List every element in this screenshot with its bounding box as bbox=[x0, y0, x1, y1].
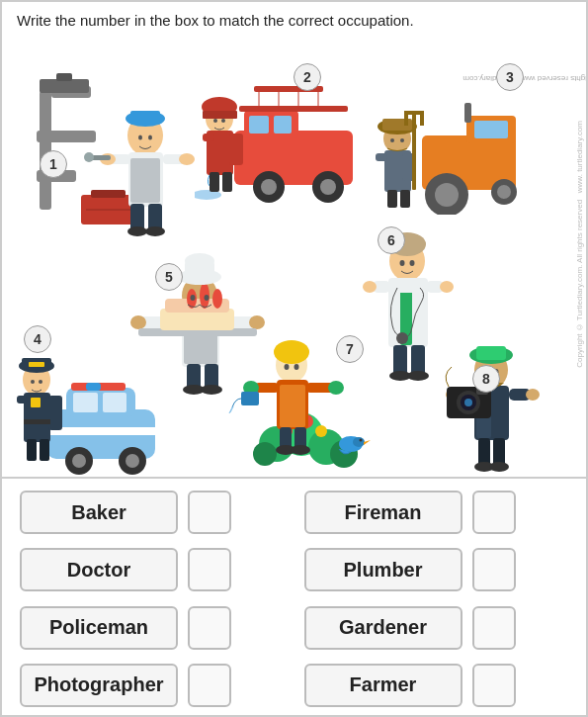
plumber-answer-box[interactable] bbox=[472, 548, 516, 591]
svg-rect-29 bbox=[274, 116, 292, 134]
gardener-row: Gardener bbox=[296, 599, 581, 657]
svg-rect-71 bbox=[404, 111, 408, 126]
svg-point-33 bbox=[320, 179, 336, 195]
svg-point-22 bbox=[138, 135, 142, 140]
svg-point-83 bbox=[126, 454, 139, 468]
svg-point-155 bbox=[328, 381, 344, 395]
svg-rect-151 bbox=[280, 385, 305, 427]
instruction-text: Write the number in the box to match the… bbox=[2, 2, 586, 34]
svg-rect-183 bbox=[476, 346, 506, 360]
number-3: 3 bbox=[496, 63, 524, 91]
svg-rect-44 bbox=[229, 134, 243, 165]
svg-point-81 bbox=[72, 454, 86, 468]
answers-section: Baker Fireman Doctor Plumber Policeman G… bbox=[2, 477, 588, 717]
fireman-figure bbox=[195, 51, 368, 215]
svg-point-114 bbox=[201, 385, 222, 395]
svg-rect-46 bbox=[222, 172, 232, 192]
svg-point-119 bbox=[205, 295, 210, 301]
svg-point-49 bbox=[213, 119, 217, 123]
svg-point-145 bbox=[360, 439, 363, 442]
svg-point-57 bbox=[497, 185, 511, 199]
svg-rect-124 bbox=[404, 278, 416, 293]
photographer-row: Photographer bbox=[12, 657, 296, 714]
svg-point-127 bbox=[363, 281, 377, 293]
plumber-row: Plumber bbox=[296, 541, 581, 598]
svg-rect-90 bbox=[40, 439, 49, 461]
svg-point-148 bbox=[315, 425, 327, 437]
svg-rect-53 bbox=[474, 121, 508, 138]
svg-point-19 bbox=[145, 226, 165, 236]
svg-point-128 bbox=[440, 281, 454, 293]
svg-rect-28 bbox=[249, 116, 269, 134]
photographer-label: Photographer bbox=[20, 664, 178, 707]
svg-point-97 bbox=[39, 380, 42, 384]
number-1: 1 bbox=[40, 150, 67, 178]
number-5: 5 bbox=[155, 263, 183, 291]
svg-point-135 bbox=[400, 260, 405, 266]
svg-point-161 bbox=[285, 364, 290, 370]
svg-point-129 bbox=[396, 332, 408, 344]
baker-answer-box[interactable] bbox=[188, 491, 231, 534]
svg-rect-94 bbox=[31, 398, 41, 407]
watermark-text: Copyright © Turtlediary.com. All rights … bbox=[575, 121, 584, 368]
svg-rect-61 bbox=[376, 153, 387, 161]
svg-rect-4 bbox=[40, 79, 89, 93]
policeman-row: Policeman bbox=[12, 599, 296, 657]
svg-rect-21 bbox=[130, 111, 160, 125]
svg-rect-93 bbox=[29, 362, 44, 367]
photographer-answer-box[interactable] bbox=[188, 664, 231, 707]
baker-row: Baker bbox=[12, 484, 296, 541]
policeman-label: Policeman bbox=[20, 606, 178, 650]
policeman-answer-box[interactable] bbox=[188, 606, 231, 650]
plumber-label: Plumber bbox=[304, 548, 462, 591]
baker-label: Baker bbox=[20, 491, 178, 534]
svg-rect-11 bbox=[130, 158, 160, 203]
svg-rect-178 bbox=[478, 438, 490, 466]
fireman-answer-box[interactable] bbox=[472, 491, 516, 534]
number-7: 7 bbox=[336, 335, 364, 363]
svg-point-31 bbox=[261, 179, 277, 195]
svg-rect-72 bbox=[412, 111, 416, 126]
svg-rect-179 bbox=[493, 438, 505, 466]
svg-rect-5 bbox=[56, 73, 72, 81]
svg-rect-43 bbox=[203, 134, 214, 141]
svg-rect-163 bbox=[241, 392, 259, 405]
number-6: 6 bbox=[378, 226, 405, 254]
doctor-row: Doctor bbox=[12, 541, 296, 598]
svg-point-15 bbox=[179, 153, 195, 165]
svg-point-96 bbox=[31, 380, 35, 384]
svg-point-55 bbox=[435, 183, 459, 207]
svg-point-162 bbox=[294, 364, 299, 370]
svg-rect-87 bbox=[17, 396, 27, 403]
number-4: 4 bbox=[24, 325, 51, 353]
svg-rect-88 bbox=[48, 396, 62, 430]
photographer-figure bbox=[427, 315, 570, 498]
svg-marker-144 bbox=[364, 440, 371, 445]
svg-point-117 bbox=[185, 253, 214, 269]
illustrations-area: 1 bbox=[2, 34, 586, 498]
svg-rect-131 bbox=[411, 345, 425, 375]
svg-point-140 bbox=[253, 442, 277, 466]
doctor-label: Doctor bbox=[20, 548, 178, 591]
svg-point-181 bbox=[489, 462, 509, 472]
svg-rect-58 bbox=[464, 103, 471, 123]
svg-point-176 bbox=[464, 399, 472, 406]
gardener-answer-box[interactable] bbox=[472, 606, 516, 650]
farmer-row: Farmer bbox=[296, 657, 581, 714]
fireman-label: Fireman bbox=[304, 491, 462, 534]
svg-point-67 bbox=[390, 138, 394, 142]
svg-rect-45 bbox=[210, 172, 219, 192]
watermark: Copyright © Turtlediary.com. All rights … bbox=[462, 74, 588, 83]
svg-point-25 bbox=[84, 152, 94, 162]
svg-point-50 bbox=[221, 119, 225, 123]
svg-rect-76 bbox=[73, 393, 98, 412]
svg-rect-48 bbox=[203, 111, 237, 119]
doctor-answer-box[interactable] bbox=[188, 548, 231, 591]
page-container: Write the number in the box to match the… bbox=[0, 0, 588, 717]
svg-rect-64 bbox=[400, 190, 410, 208]
svg-point-23 bbox=[148, 135, 152, 140]
farmer-answer-box[interactable] bbox=[472, 664, 516, 707]
number-2: 2 bbox=[294, 63, 321, 91]
svg-point-159 bbox=[291, 445, 310, 455]
svg-rect-130 bbox=[393, 345, 407, 375]
